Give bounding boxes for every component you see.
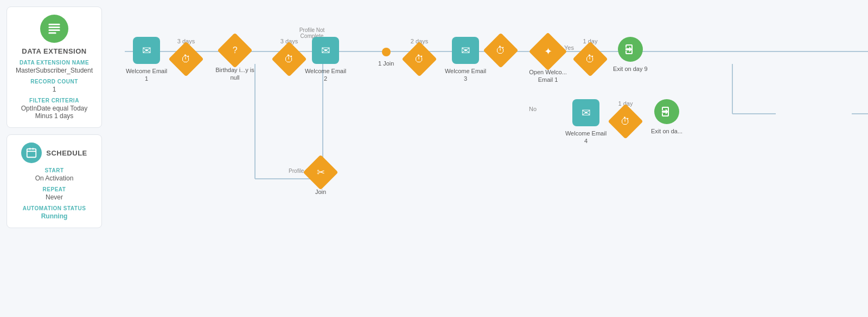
svg-rect-5	[30, 148, 31, 150]
exit2-label: Exit on da...	[651, 127, 682, 135]
schedule-card: Schedule START On Activation REPEAT Neve…	[7, 134, 102, 228]
record-count-value: 1	[14, 86, 95, 93]
email1-icon: ✉	[133, 37, 160, 64]
no-label: No	[529, 106, 537, 112]
wait6-diamond: ⏱	[608, 103, 643, 139]
de-name-label: DATA EXTENSION NAME	[14, 60, 95, 66]
exit2-icon	[654, 99, 679, 124]
wait4-diamond: ⏱	[483, 33, 518, 68]
wait2-node[interactable]: 3 days ⏱	[277, 38, 302, 72]
wait5-diamond: ⏱	[572, 41, 608, 76]
left-panel: DATA EXTENSION DATA EXTENSION NAME Maste…	[0, 0, 108, 317]
wait1-node[interactable]: 3 days ⏱	[174, 38, 199, 72]
start-label: START	[14, 167, 95, 173]
filter-value: OptInDate equal Today Minus 1 days	[14, 105, 95, 120]
exit2-node[interactable]: Exit on da...	[651, 99, 682, 135]
join-icon: ✂	[303, 154, 338, 190]
email1-label: Welcome Email 1	[125, 67, 168, 83]
email4-icon: ✉	[572, 99, 599, 126]
opencheck-label: Open Welco... Email 1	[526, 68, 570, 84]
email2-node[interactable]: ✉ Welcome Email 2	[304, 37, 347, 83]
joindot-icon	[382, 48, 391, 56]
data-extension-icon	[40, 15, 68, 43]
opencheck-icon: ✦	[529, 33, 567, 71]
wait6-node[interactable]: 1 day ⏱	[613, 100, 638, 134]
joindot-node: 1 Join	[378, 48, 394, 67]
filter-label: FILTER CRITERIA	[14, 98, 95, 103]
repeat-label: REPEAT	[14, 186, 95, 192]
svg-rect-0	[49, 24, 60, 25]
data-extension-title: DATA EXTENSION	[14, 47, 95, 55]
exit1-label: Exit on day 9	[613, 65, 648, 73]
de-name-value: MasterSubscriber_Student	[14, 67, 95, 74]
svg-rect-2	[49, 29, 60, 31]
wait4-node[interactable]: ⏱	[488, 38, 513, 63]
yes-label: Yes	[564, 44, 574, 51]
email3-icon: ✉	[452, 37, 479, 64]
flow-area: ✉ Welcome Email 1 3 days ⏱ ? Birthday i.…	[108, 0, 868, 317]
decision1-label: Birthday i...y is null	[213, 66, 257, 82]
start-value: On Activation	[14, 174, 95, 182]
email3-node[interactable]: ✉ Welcome Email 3	[444, 37, 487, 83]
email4-label: Welcome Email 4	[564, 130, 608, 145]
wait2-diamond: ⏱	[271, 41, 307, 76]
svg-rect-1	[49, 27, 60, 28]
schedule-icon	[21, 143, 42, 163]
decision1-node[interactable]: ? Birthday i...y is null	[213, 38, 257, 82]
wait1-diamond: ⏱	[168, 41, 203, 76]
decision1-icon: ?	[217, 33, 252, 68]
main-container: DATA EXTENSION DATA EXTENSION NAME Maste…	[0, 0, 868, 317]
join-node[interactable]: ✂ Join	[308, 160, 333, 196]
svg-rect-4	[27, 149, 36, 158]
exit1-icon	[618, 37, 643, 62]
svg-rect-3	[49, 32, 56, 34]
schedule-title: Schedule	[46, 149, 87, 157]
svg-rect-7	[27, 151, 36, 152]
email1-node[interactable]: ✉ Welcome Email 1	[125, 37, 168, 83]
exit1-node[interactable]: Exit on day 9	[613, 37, 648, 73]
joindot-label: 1 Join	[378, 60, 394, 67]
automation-status-label: AUTOMATION STATUS	[14, 205, 95, 211]
wait3-node[interactable]: 2 days ⏱	[407, 38, 432, 72]
email3-label: Welcome Email 3	[444, 67, 487, 83]
wait5-node[interactable]: 1 day ⏱	[578, 38, 603, 72]
wait3-diamond: ⏱	[401, 41, 437, 76]
email2-icon: ✉	[312, 37, 339, 64]
email2-label: Welcome Email 2	[304, 67, 347, 83]
svg-rect-6	[33, 148, 34, 150]
record-count-label: RECORD COUNT	[14, 79, 95, 85]
repeat-value: Never	[14, 193, 95, 201]
automation-status-value: Running	[14, 212, 95, 220]
email4-node[interactable]: ✉ Welcome Email 4	[564, 99, 608, 145]
opencheck-node[interactable]: ✦ Open Welco... Email 1	[526, 38, 570, 84]
data-extension-card: DATA EXTENSION DATA EXTENSION NAME Maste…	[7, 7, 102, 128]
flow-canvas: ✉ Welcome Email 1 3 days ⏱ ? Birthday i.…	[108, 0, 868, 317]
